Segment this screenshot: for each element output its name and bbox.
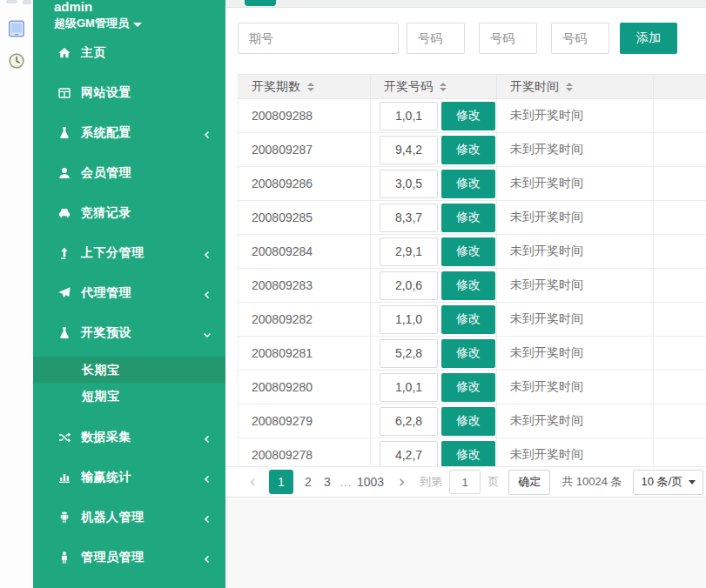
flask-icon <box>57 126 71 141</box>
modify-button[interactable]: 修改 <box>441 373 495 402</box>
filter-bar: 添加 <box>238 23 677 54</box>
sort-icon <box>440 83 447 91</box>
numbers-input[interactable] <box>380 136 438 164</box>
number-filter-input-3[interactable] <box>551 23 609 54</box>
top-tab-fragment[interactable] <box>245 0 276 6</box>
modify-button[interactable]: 修改 <box>441 170 495 198</box>
table-row: 200809287 修改 未到开奖时间 <box>239 133 706 167</box>
page-button[interactable]: 2 <box>299 475 318 489</box>
chevron-left-icon <box>202 128 212 138</box>
modify-button[interactable]: 修改 <box>441 407 495 436</box>
arrow-up-icon <box>57 246 71 261</box>
numbers-input[interactable] <box>380 271 438 300</box>
sidebar-item-system-config[interactable]: 系统配置 <box>33 113 225 153</box>
number-filter-input-1[interactable] <box>407 23 465 54</box>
sidebar-item-robots[interactable]: 机器人管理 <box>33 498 225 538</box>
period-filter-input[interactable] <box>238 23 399 54</box>
period-cell: 200809280 <box>239 371 371 404</box>
goto-label: 到第 <box>420 474 442 490</box>
caret-down-icon <box>689 480 696 484</box>
tablet-icon[interactable] <box>7 19 26 38</box>
numbers-input[interactable] <box>380 102 438 130</box>
add-button[interactable]: 添加 <box>620 23 677 54</box>
sidebar-item-home[interactable]: 主页 <box>33 33 225 73</box>
partial-icon <box>6 0 17 3</box>
sidebar-item-site-settings[interactable]: 网站设置 <box>33 73 225 113</box>
sort-icon <box>307 83 314 91</box>
user-icon <box>57 166 71 181</box>
sidebar-item-data-collection[interactable]: 数据采集 <box>33 418 225 458</box>
left-toolbar-rail <box>0 0 33 588</box>
period-cell: 200809281 <box>239 337 371 371</box>
period-cell: 200809284 <box>239 235 371 269</box>
prev-page-icon[interactable] <box>246 478 259 487</box>
window-icon <box>57 86 71 101</box>
period-cell: 200809282 <box>239 303 371 337</box>
goto-page-input[interactable] <box>449 470 481 494</box>
numbers-input[interactable] <box>380 305 438 334</box>
table-row: 200809286 修改 未到开奖时间 <box>239 167 706 201</box>
period-cell: 200809279 <box>239 404 371 438</box>
numbers-input[interactable] <box>380 407 438 436</box>
user-role-dropdown[interactable]: 超级GM管理员 <box>54 17 225 30</box>
modify-button[interactable]: 修改 <box>441 441 495 467</box>
bar-chart-icon <box>57 471 71 485</box>
column-header-numbers[interactable]: 开奖号码 <box>371 75 497 99</box>
person-icon <box>57 551 71 565</box>
table-row: 200809279 修改 未到开奖时间 <box>239 404 706 438</box>
page-button[interactable]: 3 <box>318 475 337 489</box>
sort-icon <box>566 83 573 91</box>
status-cell: 未到开奖时间 <box>497 167 654 201</box>
status-cell: 未到开奖时间 <box>497 404 654 438</box>
modify-button[interactable]: 修改 <box>441 204 495 232</box>
sidebar-item-agents[interactable]: 代理管理 <box>33 273 225 313</box>
numbers-input[interactable] <box>380 204 438 232</box>
confirm-button[interactable]: 确定 <box>508 470 550 495</box>
chevron-left-icon <box>202 248 212 258</box>
sidebar-item-bet-records[interactable]: 竞猜记录 <box>33 193 225 233</box>
column-header-period[interactable]: 开奖期数 <box>239 75 371 99</box>
flask-icon <box>57 326 71 341</box>
paper-plane-icon <box>57 286 71 301</box>
clock-icon[interactable] <box>7 51 26 70</box>
chevron-left-icon <box>202 288 212 298</box>
chevron-left-icon <box>202 472 212 483</box>
column-header-time[interactable]: 开奖时间 <box>497 75 654 99</box>
caret-down-icon <box>133 23 142 27</box>
number-filter-input-2[interactable] <box>479 23 537 54</box>
modify-button[interactable]: 修改 <box>441 305 495 334</box>
sidebar-item-win-loss-stats[interactable]: 输赢统计 <box>33 458 225 498</box>
partial-icon <box>23 0 31 4</box>
numbers-input[interactable] <box>380 170 438 198</box>
sidebar-item-members[interactable]: 会员管理 <box>33 153 225 193</box>
table-row: 200809283 修改 未到开奖时间 <box>239 269 706 303</box>
sidebar-menu: 主页 网站设置 系统配置 会员管理 竞猜记录 上下分管理 代理管理 <box>33 33 225 578</box>
modify-button[interactable]: 修改 <box>441 271 495 300</box>
modify-button[interactable]: 修改 <box>441 339 495 368</box>
numbers-input[interactable] <box>380 373 438 402</box>
modify-button[interactable]: 修改 <box>441 237 495 266</box>
page-button-active[interactable]: 1 <box>269 470 293 494</box>
page-size-value: 10 条/页 <box>642 474 683 490</box>
table-row: 200809278 修改 未到开奖时间 <box>239 438 706 467</box>
numbers-input[interactable] <box>380 441 438 467</box>
sidebar-item-points[interactable]: 上下分管理 <box>33 233 225 273</box>
table-row: 200809280 修改 未到开奖时间 <box>239 371 706 404</box>
sidebar-item-draw-presets[interactable]: 开奖预设 <box>33 313 225 353</box>
modify-button[interactable]: 修改 <box>441 102 495 130</box>
numbers-input[interactable] <box>380 339 438 368</box>
numbers-input[interactable] <box>380 237 438 266</box>
period-cell: 200809288 <box>239 99 371 133</box>
table-row: 200809284 修改 未到开奖时间 <box>239 235 706 269</box>
next-page-icon[interactable] <box>395 478 407 487</box>
sidebar: admin 超级GM管理员 主页 网站设置 系统配置 会员管理 竞猜记录 <box>33 0 225 588</box>
page-button[interactable]: 1003 <box>354 475 387 489</box>
sidebar-subitem-duanqibao[interactable]: 短期宝 <box>33 383 225 409</box>
sidebar-item-admins[interactable]: 管理员管理 <box>33 538 225 578</box>
total-count-label: 共 10024 条 <box>561 474 622 490</box>
modify-button[interactable]: 修改 <box>441 136 495 164</box>
status-cell: 未到开奖时间 <box>497 133 654 167</box>
page-size-select[interactable]: 10 条/页 <box>633 470 704 495</box>
sidebar-subitem-changqibao[interactable]: 长期宝 <box>33 357 225 383</box>
page-ellipsis: … <box>337 475 354 489</box>
